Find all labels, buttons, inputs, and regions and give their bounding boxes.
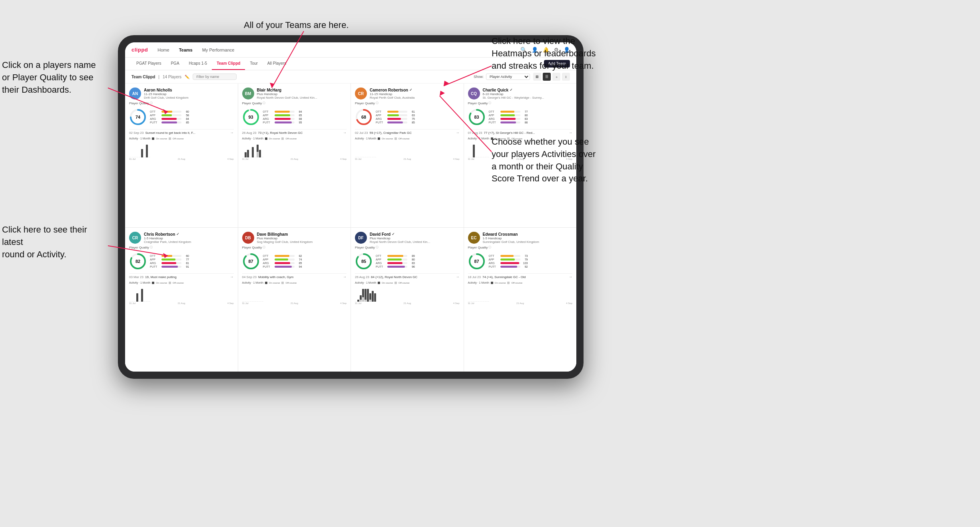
chart-date-1: 31 Jul [242,302,249,304]
stat-bar-fill [500,121,516,123]
nav-home[interactable]: Home [157,48,169,52]
sort-icon[interactable]: ↕ [562,73,570,81]
quality-section[interactable]: 83 OTT 77 APP 80 ARG 83 PUTT [468,107,573,127]
player-name[interactable]: Aaron Nicholls [144,88,234,92]
oncourse-label: On course [269,137,280,140]
stat-row: PUTT 94 [263,265,347,268]
stat-label: OTT [150,255,160,257]
stat-bar-fill [387,262,402,264]
quality-section[interactable]: 87 OTT 73 APP 79 ARG 103 PUTT [468,251,573,272]
latest-arrow[interactable]: → [230,131,234,135]
search-input[interactable] [193,74,237,80]
offcourse-dot [169,282,171,284]
latest-date: 07 Aug 23 [468,131,482,135]
stat-bar-bg [161,114,181,116]
latest-round[interactable]: 02 Jul 23 59 (+17), Craigmillar Park GC … [355,129,460,135]
tab-all-players[interactable]: All Players [263,58,291,70]
latest-round[interactable]: 03 Mar 23 19, Must make putting → [129,273,234,279]
latest-round[interactable]: 07 Aug 23 77 (+7), St George's Hill GC -… [468,129,573,135]
stat-label: ARG [489,262,499,264]
nav-my-performance[interactable]: My Performance [202,48,235,52]
player-handicap: 1-5 Handicap [483,237,573,240]
latest-round[interactable]: 26 Aug 23 84 (+12), Royal North Devon GC… [355,273,460,279]
activity-header: Activity · 1 Month On course Off course [242,137,347,140]
latest-arrow[interactable]: → [569,131,572,135]
activity-legend: On course Off course [491,282,522,284]
ipad-shell: clippd Home Teams My Performance 🔍 👤 🔔 ⚙… [118,35,584,379]
quality-section[interactable]: 87 OTT 82 APP 74 ARG 85 PUTT [242,251,347,272]
latest-arrow[interactable]: → [569,275,572,279]
latest-round[interactable]: 18 Jul 23 74 (+4), Sunningdale GC - Old … [468,273,573,279]
quality-score: 74 [135,115,140,119]
tab-team-clippd[interactable]: Team Clippd [212,58,245,70]
stat-row: OTT 60 [150,255,234,257]
donut-chart: 87 [242,253,260,270]
latest-date: 04 Sep 23 [242,275,257,279]
donut-chart: 74 [129,108,147,126]
player-name[interactable]: Blair McHarg [257,88,347,92]
player-header: CR Cameron Robertson ✓ 11-15 Handicap Ro… [355,88,460,99]
player-name[interactable]: David Ford ✓ [370,232,460,237]
player-club: St. George's Hill GC - Weybridge - Surre… [483,96,573,99]
stat-bar-fill [500,266,517,268]
stat-bar-fill [161,255,172,257]
latest-arrow[interactable]: → [230,275,234,279]
team-label: Team Clippd [131,75,155,79]
edit-team-icon[interactable]: ✏️ [185,75,189,79]
stat-value: 77 [183,258,189,261]
info-icon: ⓘ [488,245,491,249]
tab-hcaps[interactable]: Hcaps 1-5 [184,58,212,70]
filter-icon[interactable]: ⬦ [552,73,560,81]
player-handicap: Plus Handicap [257,92,347,96]
quality-section[interactable]: 82 OTT 60 APP 77 ARG 81 PUTT [129,251,234,272]
tab-pgat[interactable]: PGAT Players [131,58,166,70]
player-avatar: CQ [468,88,480,99]
quality-section[interactable]: 68 OTT 61 APP 63 ARG 75 PUTT [355,107,460,127]
latest-arrow[interactable]: → [456,131,460,135]
stat-value: 81 [183,262,189,264]
stat-row: OTT 61 [376,110,460,113]
quality-section[interactable]: 74 OTT 60 APP 58 ARG 84 PUTT [129,107,234,127]
latest-round[interactable]: 04 Sep 23 Mobility with coach, Gym → [242,273,347,279]
oncourse-dot [491,282,493,284]
player-name[interactable]: Edward Crossman [483,232,573,237]
quality-section[interactable]: 85 OTT 89 APP 80 ARG 83 PUTT [355,251,460,272]
stat-value: 88 [296,117,302,120]
list-view-icon[interactable]: ☰ [543,73,551,81]
latest-arrow[interactable]: → [343,275,347,279]
stat-row: ARG 83 [489,117,573,120]
quality-section[interactable]: 93 OTT 84 APP 85 ARG 88 PUTT [242,107,347,127]
stat-value: 94 [296,265,302,268]
show-select[interactable]: Player Activity Quality Score Trend [486,74,530,80]
latest-round[interactable]: 26 Aug 23 73 (+1), Royal North Devon GC … [242,129,347,135]
quality-score: 93 [248,115,253,119]
player-card: EC Edward Crossman 1-5 Handicap Sunningd… [464,228,577,372]
stat-bar-fill [161,266,178,268]
player-name[interactable]: Cameron Robertson ✓ [370,88,460,92]
mini-chart [129,285,234,302]
tab-tour[interactable]: Tour [245,58,262,70]
player-info: Cameron Robertson ✓ 11-15 Handicap Royal… [370,88,460,99]
oncourse-dot [152,137,154,140]
player-name[interactable]: Chris Robertson ✓ [144,232,234,237]
player-name[interactable]: Charlie Quick ✓ [483,88,573,92]
tab-pga[interactable]: PGA [166,58,184,70]
player-info: Dave Billingham Plus Handicap Sog Maging… [257,232,347,244]
nav-teams[interactable]: Teams [179,48,193,52]
oncourse-dot [152,282,154,284]
stat-bar-fill [387,266,405,268]
stat-bar-bg [161,262,181,264]
latest-arrow[interactable]: → [343,131,347,135]
stat-label: APP [376,258,386,261]
player-name[interactable]: Dave Billingham [257,232,347,237]
stat-bar-fill [500,111,514,113]
grid-view-icon[interactable]: ⊞ [533,73,541,81]
latest-arrow[interactable]: → [456,275,460,279]
chart-date-1: 31 Jul [129,158,135,160]
stat-row: APP 74 [263,258,347,261]
oncourse-dot [265,282,267,284]
latest-round[interactable]: 02 Sep 23 Sunset round to get back into … [129,129,234,135]
stats-bars: OTT 84 APP 85 ARG 88 PUTT 95 [263,110,347,124]
latest-date: 02 Jul 23 [355,131,368,135]
stat-value: 83 [408,262,415,264]
